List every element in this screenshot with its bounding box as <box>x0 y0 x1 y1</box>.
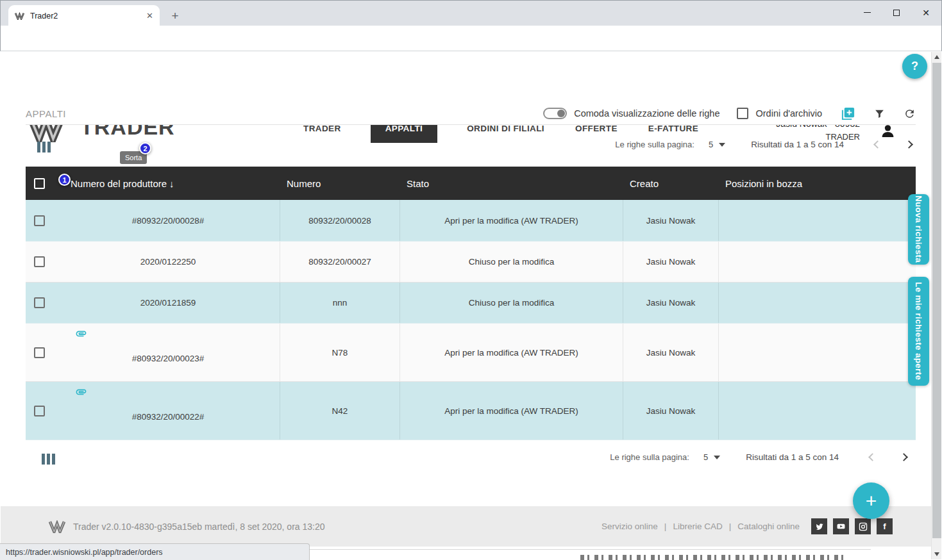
footer: Trader v2.0.10-4830-g395a15eb martedì, 8… <box>1 506 931 547</box>
tab-title: Trader2 <box>30 12 146 21</box>
new-tab-button[interactable]: + <box>166 7 184 25</box>
header-created[interactable]: Creato <box>623 178 719 189</box>
footer-w-icon <box>49 520 65 533</box>
cell-draft-positions <box>719 324 916 381</box>
list-toolbar: APPALTI Comoda visualizzazione delle rig… <box>26 103 916 125</box>
footer-separator: | <box>664 522 667 531</box>
scroll-up-icon[interactable] <box>932 52 942 62</box>
header-status[interactable]: Stato <box>400 178 623 189</box>
cell-status: Apri per la modifica (AW TRADER) <box>400 382 623 440</box>
table-row[interactable]: #80932/20/00023# N78 Apri per la modific… <box>26 324 916 382</box>
row-checkbox[interactable] <box>34 406 45 416</box>
my-open-requests-button[interactable]: Le mie richieste aperte <box>908 277 929 386</box>
rows-per-page-caret-icon[interactable] <box>714 456 720 459</box>
footer-branding: Trader v2.0.10-4830-g395a15eb martedì, 8… <box>49 520 325 533</box>
minimize-button[interactable] <box>852 1 882 24</box>
help-button[interactable]: ? <box>902 54 927 79</box>
prev-page-icon[interactable] <box>873 140 882 149</box>
row-checkbox[interactable] <box>34 256 45 267</box>
toolbar-controls: Comoda visualizzazione delle righe Ordin… <box>543 106 916 121</box>
user-avatar-icon[interactable] <box>880 123 896 139</box>
results-range: Risultati da 1 a 5 con 14 <box>746 452 839 462</box>
twitter-icon[interactable] <box>811 518 827 534</box>
header-number[interactable]: Numero <box>280 178 400 189</box>
favicon-w-icon <box>15 12 24 20</box>
browser-toolbar: ← → ⟳ trader.wisniowski.pl/app/trader/or… <box>0 26 942 51</box>
sort-desc-icon[interactable]: ↓ <box>169 178 174 189</box>
tour-badge-1[interactable]: 1 <box>58 174 71 186</box>
browser-tab[interactable]: Trader2 ✕ <box>8 5 160 26</box>
column-settings-button[interactable] <box>37 142 51 152</box>
archive-orders-checkbox[interactable] <box>737 108 748 119</box>
cell-created: Jasiu Nowak <box>623 200 719 241</box>
rows-per-page-value[interactable]: 5 <box>709 140 713 149</box>
cell-producer-number: 2020/0122250 <box>56 242 280 282</box>
cell-status: Chiuso per la modifica <box>400 283 623 323</box>
row-checkbox[interactable] <box>34 297 45 308</box>
row-checkbox[interactable] <box>34 347 45 358</box>
attachment-paperclip-icon[interactable] <box>75 386 87 398</box>
footer-link-librerie-cad[interactable]: Librerie CAD <box>673 522 722 531</box>
pagination-bottom: Le righe sulla pagina: 5 Risultati da 1 … <box>610 452 907 462</box>
cutoff-content-strip <box>580 555 843 560</box>
comfortable-rows-label: Comoda visualizzazione delle righe <box>574 108 719 119</box>
next-page-icon[interactable] <box>900 453 908 461</box>
cell-producer-number: 2020/0121859 <box>56 283 280 323</box>
rows-per-page-caret-icon[interactable] <box>719 143 725 147</box>
add-fab-button[interactable]: + <box>853 482 889 519</box>
comfortable-rows-toggle[interactable] <box>543 108 567 119</box>
header-producer-number[interactable]: Numero del produttore↓ <box>56 178 280 189</box>
cell-producer-number: #80932/20/00023# <box>56 324 280 381</box>
cell-draft-positions <box>719 200 916 241</box>
row-checkbox[interactable] <box>34 215 45 226</box>
cell-draft-positions <box>719 242 916 282</box>
next-page-icon[interactable] <box>905 140 913 149</box>
social-icons: f <box>811 518 893 534</box>
app-header: TRADER2.0 TRADER APPALTI ORDINI DI FILIA… <box>1 51 931 103</box>
scroll-down-icon[interactable] <box>932 549 942 559</box>
table-row[interactable]: 2020/0121859 nnn Chiuso per la modifica … <box>26 283 916 324</box>
maximize-button[interactable] <box>882 1 911 24</box>
tour-badge-2[interactable]: 2 <box>139 142 151 154</box>
rows-per-page-value[interactable]: 5 <box>703 452 708 462</box>
window-controls: ✕ <box>852 1 941 24</box>
footer-link-cataloghi-online[interactable]: Cataloghi online <box>737 522 800 531</box>
new-request-button[interactable]: Nuova richiesta <box>908 194 929 265</box>
column-settings-button-bottom[interactable] <box>42 454 55 465</box>
prev-page-icon[interactable] <box>868 453 877 461</box>
page-title: APPALTI <box>26 108 66 119</box>
page-scrollbar[interactable] <box>931 52 941 559</box>
pagination-top: Le righe sulla pagina: 5 Risultati da 1 … <box>615 140 912 149</box>
facebook-icon[interactable]: f <box>877 518 893 534</box>
browser-tab-strip: Trader2 ✕ + ✕ <box>0 0 942 26</box>
header-draft-positions[interactable]: Posizioni in bozza <box>719 178 916 189</box>
footer-link-servizio-online[interactable]: Servizio online <box>601 522 658 531</box>
link-status-bar: https://trader.wisniowski.pl/app/trader/… <box>0 543 310 560</box>
footer-version-text: Trader v2.0.10-4830-g395a15eb martedì, 8… <box>73 522 325 532</box>
table-row[interactable]: 2020/0122250 80932/20/00027 Chiuso per l… <box>26 242 916 283</box>
filter-icon[interactable] <box>874 108 885 119</box>
refresh-icon[interactable] <box>904 108 916 120</box>
maximize-icon <box>893 10 900 16</box>
select-all-checkbox[interactable] <box>34 178 45 189</box>
scrollbar-thumb[interactable] <box>932 63 941 538</box>
results-range: Risultati da 1 a 5 con 14 <box>751 140 844 149</box>
cell-producer-number: #80932/20/00022# <box>56 382 280 440</box>
youtube-icon[interactable] <box>833 518 849 534</box>
cell-created: Jasiu Nowak <box>623 382 719 440</box>
table-row[interactable]: #80932/20/00022# N42 Apri per la modific… <box>26 382 916 440</box>
cell-number: 80932/20/00028 <box>280 200 400 241</box>
add-order-icon[interactable] <box>841 106 855 121</box>
instagram-icon[interactable] <box>855 518 871 534</box>
cell-draft-positions <box>719 283 916 323</box>
columns-icon <box>42 454 55 465</box>
cell-created: Jasiu Nowak <box>623 283 719 323</box>
cell-number: nnn <box>280 283 400 323</box>
window-close-button[interactable]: ✕ <box>911 1 941 24</box>
cell-created: Jasiu Nowak <box>623 324 719 381</box>
table-row[interactable]: #80932/20/00028# 80932/20/00028 Apri per… <box>26 200 916 242</box>
footer-links: Servizio online | Librerie CAD | Catalog… <box>601 518 893 534</box>
attachment-paperclip-icon[interactable] <box>75 327 87 340</box>
tab-close-icon[interactable]: ✕ <box>146 11 153 21</box>
columns-icon <box>37 142 51 152</box>
